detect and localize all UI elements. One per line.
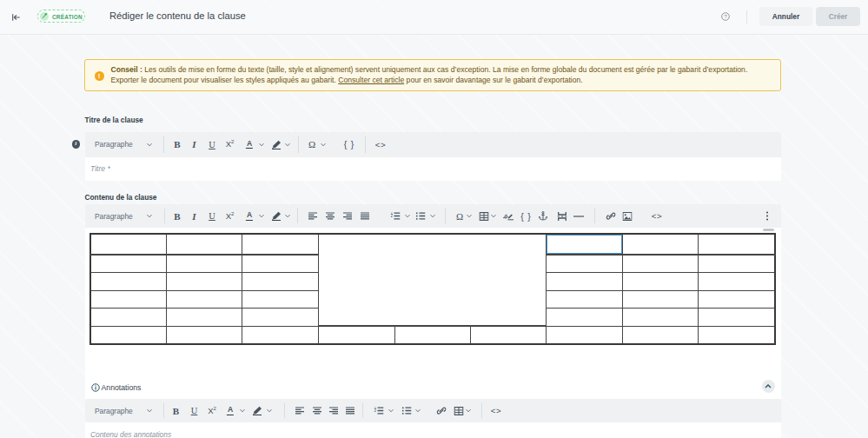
svg-text:2: 2 [391, 214, 394, 218]
svg-text:?: ? [724, 13, 727, 19]
svg-text:2: 2 [374, 408, 377, 413]
